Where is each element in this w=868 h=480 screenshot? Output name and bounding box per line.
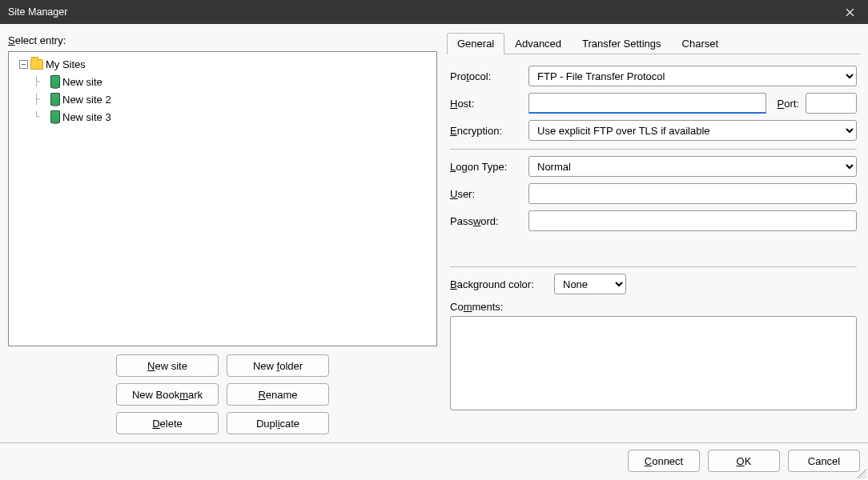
host-input[interactable]: [528, 93, 766, 114]
host-label: Host:: [450, 98, 522, 110]
ok-button[interactable]: OK: [708, 450, 780, 472]
window-title: Site Manager: [8, 6, 832, 18]
close-button[interactable]: [832, 0, 868, 24]
tree-root[interactable]: − My Sites: [14, 55, 432, 73]
password-label: Password:: [450, 215, 522, 227]
tab-charset[interactable]: Charset: [672, 33, 729, 54]
resize-grip[interactable]: [857, 469, 866, 478]
tabs: General Advanced Transfer Settings Chars…: [447, 32, 860, 54]
tree-item[interactable]: └ New site 3: [14, 108, 432, 126]
password-input[interactable]: [528, 210, 857, 231]
user-label: User:: [450, 188, 522, 200]
tree-root-label: My Sites: [46, 58, 86, 70]
folder-icon: [30, 59, 43, 70]
logon-type-select[interactable]: Normal: [528, 156, 857, 177]
rename-button[interactable]: Rename: [227, 383, 329, 406]
tree-item[interactable]: ├ New site: [14, 73, 432, 90]
duplicate-button[interactable]: Duplicate: [227, 412, 329, 434]
background-color-select[interactable]: None: [554, 274, 626, 294]
encryption-label: Encryption:: [450, 125, 522, 137]
site-tree[interactable]: − My Sites ├ New site ├ New site 2 └ Ne: [8, 51, 437, 346]
tab-general[interactable]: General: [447, 33, 504, 54]
tree-item-label: New site: [62, 76, 102, 88]
tree-item[interactable]: ├ New site 2: [14, 90, 432, 108]
close-icon: [846, 8, 854, 17]
delete-button[interactable]: Delete: [116, 412, 219, 434]
user-input[interactable]: [528, 183, 857, 204]
new-bookmark-button[interactable]: New Bookmark: [116, 383, 219, 406]
server-icon: [50, 110, 60, 123]
logon-type-label: Logon Type:: [450, 161, 522, 173]
protocol-label: Protocol:: [450, 70, 522, 82]
cancel-button[interactable]: Cancel: [788, 450, 860, 472]
background-color-label: Background color:: [450, 278, 548, 290]
tree-item-label: New site 2: [62, 94, 111, 106]
comments-label: Comments:: [450, 301, 857, 313]
tab-transfer-settings[interactable]: Transfer Settings: [572, 33, 672, 54]
server-icon: [50, 75, 60, 88]
footer: Connect OK Cancel: [0, 442, 868, 480]
connect-button[interactable]: Connect: [628, 450, 700, 472]
tree-item-label: New site 3: [62, 111, 111, 123]
comments-textarea[interactable]: [450, 316, 857, 410]
server-icon: [50, 93, 60, 106]
encryption-select[interactable]: Use explicit FTP over TLS if available: [528, 120, 857, 141]
new-site-button[interactable]: New site: [116, 354, 219, 377]
protocol-select[interactable]: FTP - File Transfer Protocol: [528, 66, 857, 86]
select-entry-label: Select entry:: [8, 34, 437, 46]
tab-advanced[interactable]: Advanced: [504, 33, 572, 54]
port-input[interactable]: [806, 93, 857, 114]
port-label: Port:: [778, 98, 799, 110]
titlebar: Site Manager: [0, 0, 868, 24]
new-folder-button[interactable]: New folder: [227, 354, 329, 377]
collapse-icon[interactable]: −: [19, 60, 28, 69]
